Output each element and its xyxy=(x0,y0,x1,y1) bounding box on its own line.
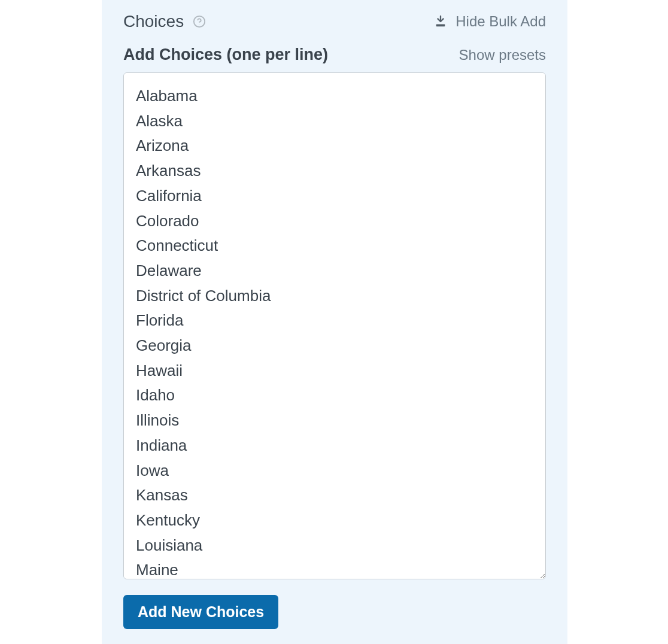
svg-rect-2 xyxy=(436,25,445,27)
section-title: Choices xyxy=(123,12,184,31)
add-new-choices-button[interactable]: Add New Choices xyxy=(123,595,278,629)
header-left: Choices xyxy=(123,12,207,31)
svg-point-1 xyxy=(199,24,200,25)
choices-panel: Choices Hide Bulk Add Add Choices (one p… xyxy=(102,0,567,644)
sub-header-row: Add Choices (one per line) Show presets xyxy=(123,45,546,64)
add-choices-title: Add Choices (one per line) xyxy=(123,45,328,64)
download-icon xyxy=(434,15,447,28)
button-row: Add New Choices xyxy=(123,595,546,629)
header-row: Choices Hide Bulk Add xyxy=(123,12,546,31)
hide-bulk-add-button[interactable]: Hide Bulk Add xyxy=(434,13,546,30)
show-presets-link[interactable]: Show presets xyxy=(459,47,546,63)
choices-textarea[interactable] xyxy=(123,72,546,579)
hide-bulk-add-label: Hide Bulk Add xyxy=(456,13,546,30)
help-icon[interactable] xyxy=(192,14,207,29)
